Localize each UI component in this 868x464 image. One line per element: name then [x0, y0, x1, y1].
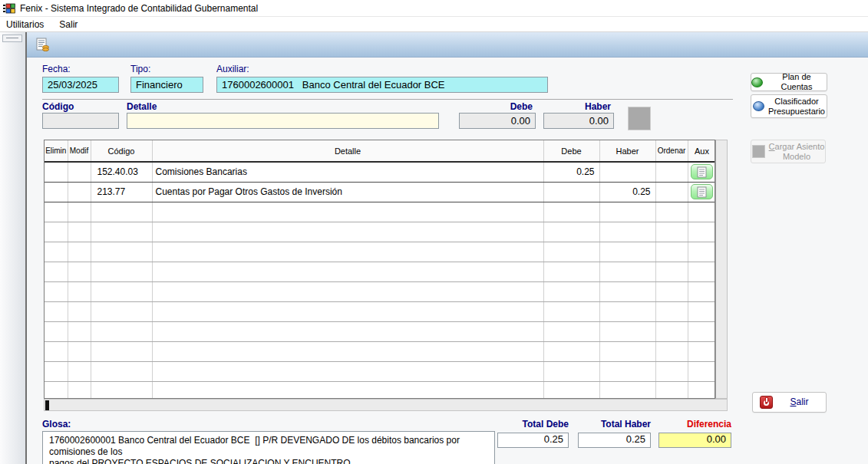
haber-input[interactable] — [543, 113, 614, 129]
total-debe-field: 0.25 — [497, 433, 569, 448]
detalle-input[interactable] — [127, 113, 439, 129]
col-aux: Aux — [688, 140, 715, 162]
ordenar-cell — [655, 182, 688, 202]
empty-row — [45, 301, 715, 321]
debe-cell — [543, 182, 599, 202]
menu-salir[interactable]: Salir — [51, 18, 85, 31]
empty-row — [45, 381, 715, 399]
salir-label: Salir — [773, 397, 826, 408]
codigo-cell: 213.77 — [91, 182, 152, 202]
add-line-button[interactable] — [628, 107, 651, 130]
detalle-cell: Comisiones Bancarias — [152, 162, 543, 182]
empty-row — [45, 262, 715, 281]
codigo-label: Código — [42, 101, 74, 112]
codigo-cell: 152.40.03 — [91, 162, 152, 182]
modif-cell[interactable] — [68, 182, 91, 202]
power-icon — [760, 396, 773, 409]
lines-table: Elimin Modif Código Detalle Debe Haber O… — [45, 140, 715, 399]
plan-de-cuentas-label: Plan de Cuentas — [767, 72, 827, 91]
haber-cell — [599, 162, 655, 182]
grid-header-row: Elimin Modif Código Detalle Debe Haber O… — [45, 140, 715, 162]
panel-grip[interactable] — [2, 35, 22, 42]
blue-sphere-icon — [753, 101, 764, 111]
empty-row — [45, 281, 715, 301]
elimin-cell[interactable] — [45, 162, 68, 182]
section-separator — [42, 99, 733, 100]
table-row[interactable]: 152.40.03 Comisiones Bancarias 0.25 — [45, 162, 715, 182]
clasificador-presupuestario-button[interactable]: ClasificadorPresupuestario — [751, 94, 827, 118]
codigo-input[interactable] — [42, 113, 119, 129]
diferencia-label: Diferencia — [658, 419, 731, 429]
ordenar-cell — [655, 162, 688, 182]
window-titlebar: Fenix - Sistema Integrado de Contabilida… — [0, 0, 868, 17]
window-title: Fenix - Sistema Integrado de Contabilida… — [20, 3, 258, 14]
total-haber-field: 0.25 — [578, 433, 651, 448]
diferencia-field: 0.00 — [658, 433, 731, 448]
toolbar — [27, 32, 868, 58]
document-coins-icon[interactable] — [35, 38, 50, 52]
col-elimin: Elimin — [45, 140, 68, 162]
vertical-scrollbar[interactable] — [715, 140, 728, 399]
fecha-input[interactable] — [42, 77, 119, 93]
haber-label: Haber — [543, 101, 611, 112]
col-codigo: Código — [91, 140, 152, 162]
empty-row — [45, 222, 715, 242]
windows-logo-icon — [3, 2, 15, 15]
cargar-asiento-label: Cargar AsientoModelo — [769, 142, 825, 161]
gray-square-icon — [752, 145, 765, 158]
total-debe-label: Total Debe — [497, 419, 569, 429]
aux-button[interactable] — [691, 164, 713, 179]
lines-grid: Elimin Modif Código Detalle Debe Haber O… — [44, 140, 715, 399]
col-detalle: Detalle — [152, 140, 543, 162]
empty-row — [45, 242, 715, 262]
empty-row — [45, 341, 715, 361]
cargar-asiento-modelo-button: Cargar AsientoModelo — [751, 140, 826, 163]
aux-button[interactable] — [691, 184, 713, 199]
scrollbar-thumb[interactable] — [45, 400, 49, 410]
col-debe: Debe — [543, 140, 599, 162]
col-modif: Modif — [68, 140, 91, 162]
col-ordenar: Ordenar — [655, 140, 688, 162]
empty-row — [45, 321, 715, 341]
green-sphere-icon — [751, 77, 763, 87]
modif-cell[interactable] — [68, 162, 91, 182]
total-haber-label: Total Haber — [578, 419, 651, 429]
salir-button[interactable]: Salir — [752, 392, 827, 413]
detalle-cell: Cuentas por Pagar Otros Gastos de Invers… — [152, 182, 543, 202]
panel-divider — [25, 32, 27, 464]
debe-cell: 0.25 — [543, 162, 599, 182]
empty-row — [45, 361, 715, 381]
debe-input[interactable] — [459, 113, 536, 129]
left-panel-strip — [0, 32, 25, 464]
debe-label: Debe — [459, 101, 533, 112]
tipo-label: Tipo: — [130, 64, 150, 74]
plan-de-cuentas-button[interactable]: Plan de Cuentas — [751, 73, 827, 91]
detalle-label: Detalle — [127, 101, 157, 112]
table-row[interactable]: 213.77 Cuentas por Pagar Otros Gastos de… — [45, 182, 715, 202]
tipo-input[interactable] — [130, 77, 203, 93]
elimin-cell[interactable] — [45, 182, 68, 202]
fecha-label: Fecha: — [42, 64, 71, 74]
menu-bar: Utilitarios Salir — [0, 17, 868, 32]
menu-utilitarios[interactable]: Utilitarios — [0, 18, 51, 31]
auxiliar-input[interactable] — [216, 77, 548, 93]
empty-row — [45, 202, 715, 222]
glosa-textarea[interactable]: 1760002600001 Banco Central del Ecuador … — [42, 431, 495, 464]
auxiliar-label: Auxiliar: — [216, 64, 249, 74]
haber-cell: 0.25 — [599, 182, 655, 202]
horizontal-scrollbar[interactable] — [44, 399, 728, 411]
clasificador-label: ClasificadorPresupuestario — [768, 97, 825, 116]
glosa-label: Glosa: — [42, 419, 71, 429]
col-haber: Haber — [599, 140, 655, 162]
